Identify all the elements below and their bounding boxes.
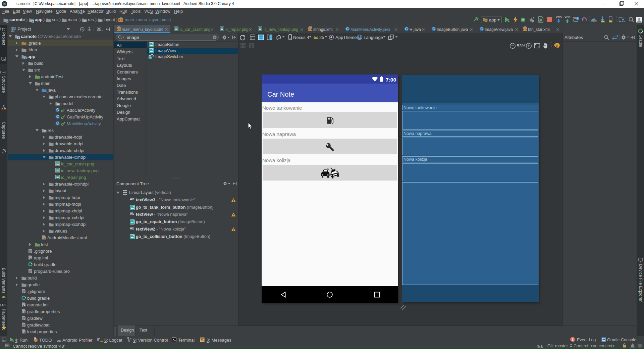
- svg-text:C: C: [56, 121, 59, 125]
- svg-text:C: C: [432, 27, 435, 31]
- svg-text:2: 2: [572, 338, 574, 341]
- svg-text:C: C: [405, 27, 408, 31]
- svg-text:3: 3: [556, 44, 557, 47]
- svg-text:C: C: [56, 108, 59, 112]
- svg-text:C: C: [480, 27, 483, 31]
- svg-text:C: C: [346, 27, 349, 31]
- svg-text:C: C: [56, 115, 59, 118]
